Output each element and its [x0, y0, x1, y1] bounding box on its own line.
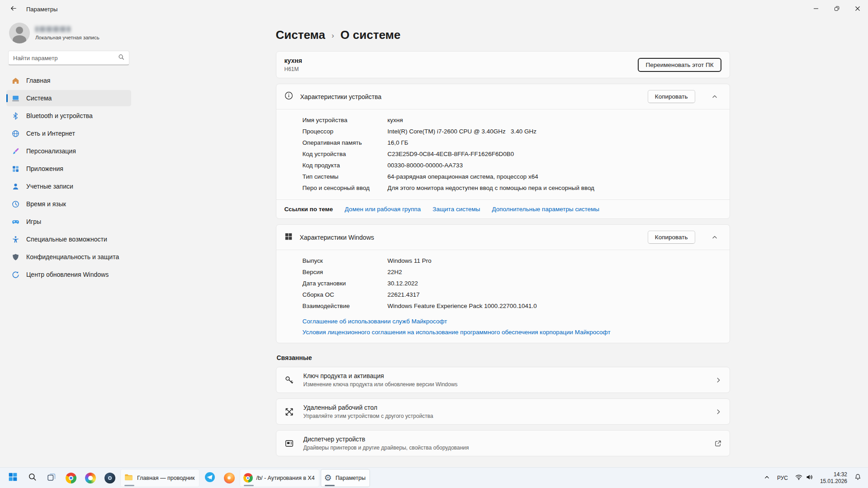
spec-row: Оперативная память16,0 ГБ — [303, 137, 721, 148]
collapse-windows-specs-button[interactable] — [708, 231, 721, 244]
sidebar-item-label: Bluetooth и устройства — [26, 112, 93, 119]
copy-device-specs-button[interactable]: Копировать — [648, 90, 695, 103]
sidebar-item-accounts[interactable]: Учетные записи — [6, 178, 131, 194]
dark-app-pinned-button[interactable] — [101, 469, 119, 487]
main-content: Система › О системе кухня H61M Переимено… — [138, 18, 868, 467]
taskbar-window-explorer[interactable]: Главная — проводник — [120, 469, 199, 487]
link-system-protection[interactable]: Защита системы — [432, 206, 480, 213]
taskbar-window-settings[interactable]: ⚙ Параметры — [321, 469, 370, 487]
clock-button[interactable]: 14:32 15.01.2026 — [817, 469, 850, 487]
link-services-agreement[interactable]: Соглашение об использовании служб Майкро… — [303, 317, 721, 326]
sidebar-item-label: Игры — [26, 218, 41, 225]
settings-search — [8, 51, 129, 65]
messenger-pinned-button[interactable] — [201, 469, 219, 487]
sidebar-item-accessibility[interactable]: Специальные возможности — [6, 231, 131, 247]
windows-specs-header[interactable]: Характеристики Windows Копировать — [276, 225, 730, 250]
tray-time: 14:32 — [820, 471, 847, 478]
bluetooth-icon — [12, 112, 19, 120]
sidebar-nav: Главная Система Bluetooth и устройства С… — [6, 72, 131, 283]
link-advanced-system-settings[interactable]: Дополнительные параметры системы — [492, 206, 599, 213]
page-title: О системе — [341, 28, 401, 42]
spec-row: Код устройстваC23E25D9-0C84-4ECB-8FFA-FF… — [303, 148, 721, 160]
link-license-terms[interactable]: Условия лицензионного соглашения на испо… — [303, 327, 721, 337]
system-tray: РУС 14:32 15.01.2026 — [761, 469, 864, 487]
spec-row: Тип системы64-разрядная операционная сис… — [303, 171, 721, 182]
chrome-pinned-button[interactable] — [62, 469, 80, 487]
copy-windows-specs-button[interactable]: Копировать — [648, 231, 695, 244]
sidebar: Локальная учетная запись Главная Система — [0, 18, 138, 467]
search-input[interactable] — [13, 55, 118, 62]
link-domain-workgroup[interactable]: Домен или рабочая группа — [345, 206, 421, 213]
taskbar-window-title: Главная — проводник — [137, 475, 195, 481]
sidebar-item-privacy[interactable]: Конфиденциальность и защита — [6, 249, 131, 265]
about-page: Система › О системе кухня H61M Переимено… — [276, 18, 730, 467]
minimize-icon — [813, 5, 819, 13]
related-item-device-manager[interactable]: Диспетчер устройств Драйверы принтеров и… — [276, 430, 730, 456]
apps-grid-icon — [12, 165, 19, 173]
minimize-button[interactable] — [806, 0, 826, 18]
windows-legal-links: Соглашение об использовании служб Майкро… — [303, 312, 721, 337]
chevron-up-icon — [764, 474, 770, 482]
sidebar-item-label: Система — [26, 95, 52, 102]
taskbar-window-browser[interactable]: /b/ - Аутирования в X4 — [240, 469, 319, 487]
orange-app-pinned-button[interactable] — [220, 469, 238, 487]
dark-circle-app-icon — [104, 473, 115, 483]
sidebar-item-label: Специальные возможности — [26, 236, 107, 243]
back-button[interactable] — [5, 2, 21, 16]
related-item-remote-desktop[interactable]: Удаленный рабочий стол Управляйте этим у… — [276, 398, 730, 425]
chevron-right-icon — [716, 377, 721, 383]
device-specs-header[interactable]: Характеристики устройства Копировать — [276, 84, 730, 109]
media-app-pinned-button[interactable] — [81, 469, 100, 487]
info-icon — [285, 91, 293, 102]
close-button[interactable] — [847, 0, 868, 18]
related-item-title: Диспетчер устройств — [304, 436, 469, 443]
sidebar-item-personalization[interactable]: Персонализация — [6, 143, 131, 159]
windows-specs-body: ВыпускWindows 11 Pro Версия22H2 Дата уст… — [276, 250, 730, 343]
device-specs-body: Имя устройствакухня ПроцессорIntel(R) Co… — [276, 109, 730, 199]
sidebar-item-network[interactable]: Сеть и Интернет — [6, 125, 131, 142]
sidebar-item-bluetooth[interactable]: Bluetooth и устройства — [6, 108, 131, 124]
sidebar-item-time-language[interactable]: Время и язык — [6, 196, 131, 212]
gamepad-icon — [12, 218, 19, 226]
spec-row: ВзаимодействиеWindows Feature Experience… — [303, 300, 721, 312]
account-block[interactable]: Локальная учетная запись — [6, 19, 131, 51]
related-links-row: Ссылки по теме Домен или рабочая группа … — [276, 199, 730, 218]
tray-overflow-button[interactable] — [761, 469, 773, 487]
taskbar: Главная — проводник /b/ - Аутирования в … — [0, 467, 868, 488]
sidebar-item-system[interactable]: Система — [6, 90, 131, 106]
volume-icon — [806, 474, 813, 483]
related-item-texts: Диспетчер устройств Драйверы принтеров и… — [304, 436, 469, 451]
taskbar-search-button[interactable] — [23, 469, 41, 487]
privacy-shield-icon — [12, 253, 19, 261]
rename-pc-button[interactable]: Переименовать этот ПК — [638, 58, 721, 72]
restore-button[interactable] — [826, 0, 847, 18]
titlebar: Параметры — [0, 0, 868, 18]
windows-logo-icon — [285, 232, 293, 242]
breadcrumb-system[interactable]: Система — [276, 28, 325, 42]
task-view-button[interactable] — [43, 469, 61, 487]
breadcrumb: Система › О системе — [276, 28, 730, 42]
device-specs-title: Характеристики устройства — [300, 93, 382, 100]
key-icon — [285, 375, 294, 385]
collapse-device-specs-button[interactable] — [708, 90, 721, 103]
related-item-product-key[interactable]: Ключ продукта и активация Изменение ключ… — [276, 367, 730, 393]
window-body: Локальная учетная запись Главная Система — [0, 18, 868, 467]
accessibility-person-icon — [12, 236, 19, 243]
language-label: РУС — [777, 475, 788, 481]
windows-start-icon — [8, 472, 18, 483]
sidebar-item-gaming[interactable]: Игры — [6, 213, 131, 230]
tray-date: 15.01.2026 — [820, 478, 847, 485]
clock-icon — [12, 200, 19, 208]
start-button[interactable] — [4, 469, 22, 487]
notifications-button[interactable] — [851, 469, 864, 487]
sidebar-item-home[interactable]: Главная — [6, 72, 131, 89]
related-item-texts: Удаленный рабочий стол Управляйте этим у… — [304, 404, 433, 419]
telegram-icon — [204, 472, 215, 484]
sidebar-item-windows-update[interactable]: Центр обновления Windows — [6, 266, 131, 283]
sidebar-item-apps[interactable]: Приложения — [6, 161, 131, 177]
task-view-icon — [47, 473, 56, 483]
language-indicator[interactable]: РУС — [774, 469, 791, 487]
sidebar-item-label: Время и язык — [26, 200, 66, 208]
account-subtitle: Локальная учетная запись — [35, 35, 100, 40]
network-volume-button[interactable] — [792, 469, 816, 487]
